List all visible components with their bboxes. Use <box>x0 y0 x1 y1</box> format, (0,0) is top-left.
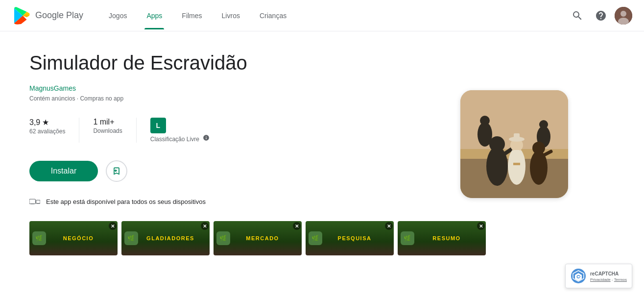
search-button[interactable] <box>568 6 587 25</box>
logo-text: Google Play <box>35 10 83 21</box>
nav-item-apps[interactable]: Apps <box>137 2 172 29</box>
screenshot-mercado[interactable]: 🌿 MERCADO ✕ <box>214 221 302 255</box>
logo-link[interactable]: Google Play <box>12 6 83 25</box>
screenshot-label-mercado: MERCADO <box>246 235 279 241</box>
screenshot-icon-negocio: 🌿 <box>32 231 46 245</box>
screenshot-negocio[interactable]: 🌿 NEGÓCIO ✕ <box>29 221 118 255</box>
svg-rect-23 <box>460 90 568 198</box>
screenshot-icon-pesquisa: 🌿 <box>309 231 322 245</box>
help-button[interactable] <box>591 6 611 25</box>
wishlist-button[interactable] <box>106 160 127 182</box>
stat-downloads: 1 mil+ Downloads <box>93 118 136 143</box>
main-content: Simulador de Escravidão MagnusGames Cont… <box>0 31 588 300</box>
devices-icon <box>29 198 40 205</box>
device-icon <box>29 198 40 205</box>
screenshot-close-negocio[interactable]: ✕ <box>109 222 117 230</box>
classification-label: Classificação Livre <box>150 134 210 143</box>
screenshot-close-resumo[interactable]: ✕ <box>477 222 485 230</box>
recaptcha-privacy[interactable]: Privacidade <box>590 277 611 282</box>
avatar-image <box>615 7 632 25</box>
avatar-icon <box>615 7 632 25</box>
screenshot-close-mercado[interactable]: ✕ <box>293 222 301 230</box>
recaptcha-icon <box>571 268 586 284</box>
classification-badge-area: L <box>150 118 166 133</box>
google-play-icon <box>12 6 31 25</box>
rating-value: 3,9 ★ <box>29 118 49 127</box>
app-icon <box>460 90 568 198</box>
help-icon <box>595 10 607 22</box>
screenshots-strip: 🌿 NEGÓCIO ✕ 🌿 GLADIADORES ✕ 🌿 MERCADO ✕ … <box>29 221 558 255</box>
avatar[interactable] <box>615 7 632 25</box>
stat-rating: 3,9 ★ 62 avaliações <box>29 118 79 143</box>
recaptcha-terms[interactable]: Termos <box>614 277 627 282</box>
screenshot-label-pesquisa: PESQUISA <box>338 235 372 241</box>
recaptcha-text-area: reCAPTCHA Privacidade - Termos <box>590 271 627 282</box>
main-nav: Jogos Apps Filmes Livros Crianças <box>99 2 568 29</box>
screenshot-resumo[interactable]: 🌿 RESUMO ✕ <box>398 221 486 255</box>
screenshot-icon-gladiadores: 🌿 <box>124 231 138 245</box>
screenshot-label-negocio: NEGÓCIO <box>63 235 94 241</box>
search-icon <box>572 10 583 22</box>
recaptcha-label: reCAPTCHA <box>590 271 627 277</box>
classification-badge: L <box>150 118 166 133</box>
screenshot-label-gladiadores: GLADIADORES <box>146 235 194 241</box>
downloads-label: Downloads <box>93 127 122 134</box>
nav-item-filmes[interactable]: Filmes <box>172 2 212 29</box>
screenshot-label-resumo: RESUMO <box>432 235 460 241</box>
header-actions <box>568 6 632 25</box>
header: Google Play Jogos Apps Filmes Livros Cri… <box>0 0 644 31</box>
rating-number: 3,9 <box>29 118 40 127</box>
screenshot-close-pesquisa[interactable]: ✕ <box>385 222 393 230</box>
screenshot-close-gladiadores[interactable]: ✕ <box>201 222 209 230</box>
bookmark-add-icon <box>112 166 121 176</box>
downloads-value: 1 mil+ <box>93 118 114 126</box>
star-icon: ★ <box>42 118 49 127</box>
device-info-text: Este app está disponível para todos os s… <box>46 198 206 205</box>
screenshot-gladiadores[interactable]: 🌿 GLADIADORES ✕ <box>121 221 210 255</box>
nav-item-criancas[interactable]: Crianças <box>250 2 296 29</box>
nav-item-jogos[interactable]: Jogos <box>99 2 137 29</box>
nav-item-livros[interactable]: Livros <box>212 2 250 29</box>
classification-text: Classificação Livre <box>150 136 199 143</box>
app-icon-image <box>460 90 568 198</box>
screenshot-icon-resumo: 🌿 <box>401 231 414 245</box>
device-info: Este app está disponível para todos os s… <box>29 198 558 205</box>
svg-rect-25 <box>36 200 40 203</box>
app-title: Simulador de Escravidão <box>29 51 558 75</box>
svg-rect-24 <box>29 199 35 204</box>
screenshot-pesquisa[interactable]: 🌿 PESQUISA ✕ <box>306 221 394 255</box>
rating-count: 62 avaliações <box>29 128 65 135</box>
recaptcha-links: Privacidade - Termos <box>590 277 627 282</box>
info-icon[interactable] <box>203 134 210 141</box>
install-button[interactable]: Instalar <box>29 161 98 181</box>
svg-point-2 <box>620 11 626 17</box>
screenshot-icon-mercado: 🌿 <box>216 231 230 245</box>
recaptcha-badge: reCAPTCHA Privacidade - Termos <box>565 264 632 288</box>
stat-classification: L Classificação Livre <box>150 118 223 143</box>
